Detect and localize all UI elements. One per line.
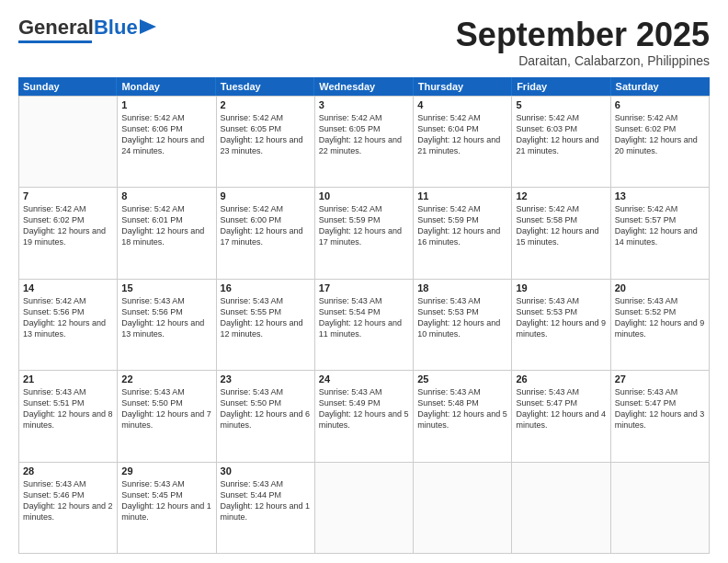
cal-cell-2-0: 14Sunrise: 5:42 AM Sunset: 5:56 PM Dayli…: [19, 280, 118, 371]
cal-cell-1-1: 8Sunrise: 5:42 AM Sunset: 6:01 PM Daylig…: [118, 188, 216, 279]
cal-cell-2-4: 18Sunrise: 5:43 AM Sunset: 5:53 PM Dayli…: [414, 280, 512, 371]
cell-info: Sunrise: 5:43 AM Sunset: 5:53 PM Dayligh…: [417, 295, 507, 340]
cal-cell-0-1: 1Sunrise: 5:42 AM Sunset: 6:06 PM Daylig…: [118, 97, 216, 188]
day-number: 21: [23, 373, 113, 385]
cal-cell-1-5: 12Sunrise: 5:42 AM Sunset: 5:58 PM Dayli…: [512, 188, 610, 279]
day-number: 8: [121, 190, 211, 201]
cal-cell-3-5: 26Sunrise: 5:43 AM Sunset: 5:47 PM Dayli…: [512, 371, 610, 462]
cell-info: Sunrise: 5:43 AM Sunset: 5:44 PM Dayligh…: [221, 478, 311, 523]
page: GeneralBlue September 2025 Daraitan, Cal…: [0, 0, 728, 563]
day-number: 7: [23, 190, 113, 201]
cal-cell-3-3: 24Sunrise: 5:43 AM Sunset: 5:49 PM Dayli…: [315, 371, 414, 462]
logo-underline: [18, 40, 92, 43]
month-title: September 2025: [456, 17, 710, 53]
cell-info: Sunrise: 5:42 AM Sunset: 6:05 PM Dayligh…: [319, 112, 409, 157]
svg-marker-0: [140, 19, 156, 34]
logo-icon: [140, 17, 156, 36]
cell-info: Sunrise: 5:42 AM Sunset: 6:06 PM Dayligh…: [121, 112, 211, 157]
cal-row-2: 14Sunrise: 5:42 AM Sunset: 5:56 PM Dayli…: [19, 280, 710, 371]
logo-blue: Blue: [94, 16, 138, 39]
day-number: 18: [417, 282, 507, 293]
cell-info: Sunrise: 5:43 AM Sunset: 5:53 PM Dayligh…: [516, 295, 606, 340]
cal-row-3: 21Sunrise: 5:43 AM Sunset: 5:51 PM Dayli…: [19, 371, 710, 462]
day-number: 19: [516, 282, 606, 293]
day-number: 9: [221, 190, 311, 201]
cal-cell-3-6: 27Sunrise: 5:43 AM Sunset: 5:47 PM Dayli…: [611, 371, 710, 462]
day-number: 3: [319, 99, 409, 110]
calendar-body: 1Sunrise: 5:42 AM Sunset: 6:06 PM Daylig…: [18, 96, 710, 554]
logo-text: GeneralBlue: [18, 17, 138, 39]
day-number: 6: [615, 99, 705, 110]
cal-cell-4-0: 28Sunrise: 5:43 AM Sunset: 5:46 PM Dayli…: [19, 463, 118, 554]
weekday-monday: Monday: [117, 77, 215, 96]
day-number: 12: [516, 190, 606, 201]
cal-cell-3-2: 23Sunrise: 5:43 AM Sunset: 5:50 PM Dayli…: [217, 371, 315, 462]
cell-info: Sunrise: 5:43 AM Sunset: 5:50 PM Dayligh…: [121, 386, 211, 431]
weekday-saturday: Saturday: [611, 77, 710, 96]
cell-info: Sunrise: 5:42 AM Sunset: 6:02 PM Dayligh…: [23, 203, 113, 248]
logo: GeneralBlue: [18, 17, 156, 43]
cal-row-4: 28Sunrise: 5:43 AM Sunset: 5:46 PM Dayli…: [19, 463, 710, 554]
day-number: 5: [516, 99, 606, 110]
cal-cell-3-0: 21Sunrise: 5:43 AM Sunset: 5:51 PM Dayli…: [19, 371, 118, 462]
cell-info: Sunrise: 5:42 AM Sunset: 6:04 PM Dayligh…: [417, 112, 507, 157]
cal-cell-1-2: 9Sunrise: 5:42 AM Sunset: 6:00 PM Daylig…: [217, 188, 315, 279]
cal-cell-1-0: 7Sunrise: 5:42 AM Sunset: 6:02 PM Daylig…: [19, 188, 118, 279]
cal-cell-0-2: 2Sunrise: 5:42 AM Sunset: 6:05 PM Daylig…: [217, 97, 315, 188]
weekday-tuesday: Tuesday: [216, 77, 314, 96]
title-block: September 2025 Daraitan, Calabarzon, Phi…: [456, 17, 710, 68]
day-number: 10: [319, 190, 409, 201]
cell-info: Sunrise: 5:43 AM Sunset: 5:48 PM Dayligh…: [417, 386, 507, 431]
day-number: 14: [23, 282, 113, 293]
cell-info: Sunrise: 5:43 AM Sunset: 5:45 PM Dayligh…: [121, 478, 211, 523]
cal-cell-3-1: 22Sunrise: 5:43 AM Sunset: 5:50 PM Dayli…: [118, 371, 216, 462]
cal-cell-2-6: 20Sunrise: 5:43 AM Sunset: 5:52 PM Dayli…: [611, 280, 710, 371]
cell-info: Sunrise: 5:43 AM Sunset: 5:55 PM Dayligh…: [221, 295, 311, 340]
header: GeneralBlue September 2025 Daraitan, Cal…: [18, 17, 710, 68]
day-number: 24: [319, 373, 409, 385]
cell-info: Sunrise: 5:42 AM Sunset: 6:05 PM Dayligh…: [221, 112, 311, 157]
day-number: 2: [221, 99, 311, 110]
cal-cell-2-2: 16Sunrise: 5:43 AM Sunset: 5:55 PM Dayli…: [217, 280, 315, 371]
cell-info: Sunrise: 5:42 AM Sunset: 6:03 PM Dayligh…: [516, 112, 606, 157]
cell-info: Sunrise: 5:43 AM Sunset: 5:50 PM Dayligh…: [221, 386, 311, 431]
weekday-thursday: Thursday: [414, 77, 512, 96]
day-number: 15: [121, 282, 211, 293]
cal-cell-4-4: [414, 463, 512, 554]
cell-info: Sunrise: 5:43 AM Sunset: 5:51 PM Dayligh…: [23, 386, 113, 431]
cell-info: Sunrise: 5:43 AM Sunset: 5:47 PM Dayligh…: [516, 386, 606, 431]
cal-cell-4-5: [512, 463, 610, 554]
calendar-header: Sunday Monday Tuesday Wednesday Thursday…: [18, 77, 710, 96]
cal-cell-1-4: 11Sunrise: 5:42 AM Sunset: 5:59 PM Dayli…: [414, 188, 512, 279]
cal-cell-0-0: [19, 97, 118, 188]
day-number: 25: [417, 373, 507, 385]
location: Daraitan, Calabarzon, Philippines: [456, 53, 710, 68]
day-number: 27: [615, 373, 705, 385]
cell-info: Sunrise: 5:43 AM Sunset: 5:47 PM Dayligh…: [615, 386, 705, 431]
cal-cell-1-6: 13Sunrise: 5:42 AM Sunset: 5:57 PM Dayli…: [611, 188, 710, 279]
cal-cell-0-5: 5Sunrise: 5:42 AM Sunset: 6:03 PM Daylig…: [512, 97, 610, 188]
cell-info: Sunrise: 5:43 AM Sunset: 5:56 PM Dayligh…: [121, 295, 211, 340]
logo-general: General: [18, 16, 94, 39]
cal-cell-2-1: 15Sunrise: 5:43 AM Sunset: 5:56 PM Dayli…: [118, 280, 216, 371]
cell-info: Sunrise: 5:43 AM Sunset: 5:49 PM Dayligh…: [319, 386, 409, 431]
day-number: 29: [121, 465, 211, 477]
cal-cell-4-3: [315, 463, 414, 554]
cell-info: Sunrise: 5:42 AM Sunset: 6:01 PM Dayligh…: [121, 203, 211, 248]
cell-info: Sunrise: 5:43 AM Sunset: 5:52 PM Dayligh…: [615, 295, 705, 340]
day-number: 23: [221, 373, 311, 385]
cal-row-1: 7Sunrise: 5:42 AM Sunset: 6:02 PM Daylig…: [19, 188, 710, 279]
cell-info: Sunrise: 5:43 AM Sunset: 5:54 PM Dayligh…: [319, 295, 409, 340]
cal-row-0: 1Sunrise: 5:42 AM Sunset: 6:06 PM Daylig…: [19, 97, 710, 188]
day-number: 20: [615, 282, 705, 293]
cell-info: Sunrise: 5:42 AM Sunset: 6:00 PM Dayligh…: [221, 203, 311, 248]
day-number: 22: [121, 373, 211, 385]
cal-cell-4-2: 30Sunrise: 5:43 AM Sunset: 5:44 PM Dayli…: [217, 463, 315, 554]
day-number: 28: [23, 465, 113, 477]
cal-cell-4-6: [611, 463, 710, 554]
day-number: 26: [516, 373, 606, 385]
weekday-sunday: Sunday: [18, 77, 117, 96]
cal-cell-2-5: 19Sunrise: 5:43 AM Sunset: 5:53 PM Dayli…: [512, 280, 610, 371]
day-number: 16: [221, 282, 311, 293]
day-number: 13: [615, 190, 705, 201]
